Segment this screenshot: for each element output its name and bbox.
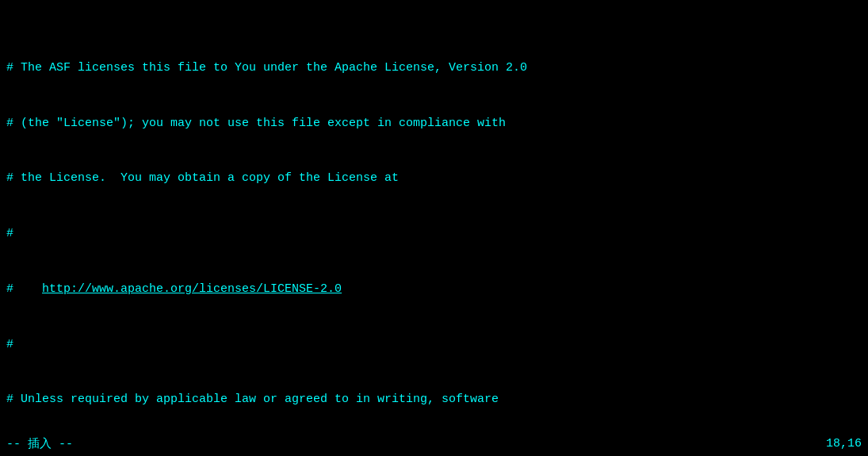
- line-4: #: [6, 224, 862, 243]
- license-url: http://www.apache.org/licenses/LICENSE-2…: [42, 282, 342, 296]
- code-content: # The ASF licenses this file to You unde…: [0, 0, 868, 456]
- status-bar: -- 插入 -- 18,16: [0, 431, 868, 456]
- line-1: # The ASF licenses this file to You unde…: [6, 59, 862, 77]
- line-5: # http://www.apache.org/licenses/LICENSE…: [6, 280, 862, 298]
- editor-window: # The ASF licenses this file to You unde…: [0, 0, 868, 456]
- line-2: # (the "License"); you may not use this …: [6, 114, 862, 132]
- line-3: # the License. You may obtain a copy of …: [6, 169, 862, 187]
- line-6: #: [6, 335, 862, 354]
- line-7: # Unless required by applicable law or a…: [6, 390, 862, 408]
- cursor-position: 18,16: [826, 437, 862, 450]
- editor-mode: -- 插入 --: [6, 436, 73, 451]
